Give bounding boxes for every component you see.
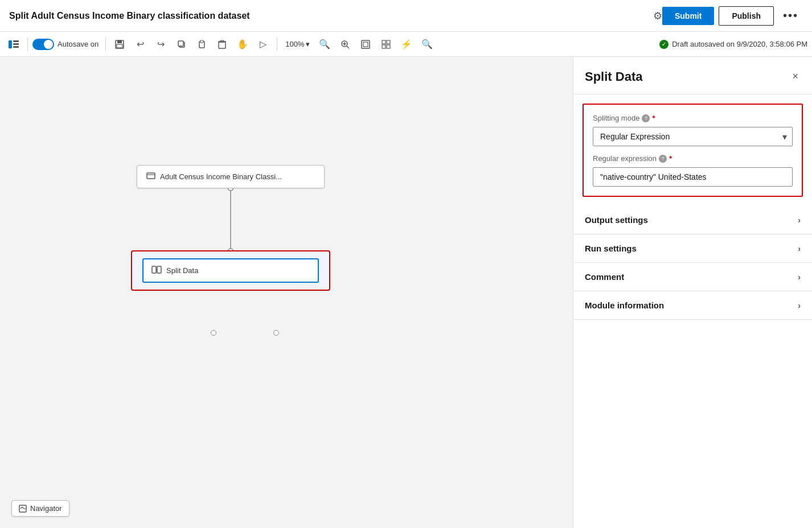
svg-rect-18 [362, 40, 370, 48]
header-actions: Submit Publish ••• [662, 6, 803, 26]
splitting-mode-help-icon[interactable]: ? [642, 114, 650, 122]
splitting-mode-label: Splitting mode ? * [593, 114, 793, 122]
regex-required: * [669, 154, 672, 163]
dataset-node[interactable]: Adult Census Income Binary Classi... [137, 165, 325, 188]
connection-lines [0, 57, 573, 528]
comment-section: Comment › [573, 263, 812, 291]
more-options-button[interactable]: ••• [778, 7, 803, 24]
panel-close-button[interactable]: × [790, 68, 801, 85]
autosave-label: Autosave on [58, 40, 99, 48]
svg-rect-13 [220, 40, 224, 42]
grid-icon[interactable] [377, 35, 395, 53]
canvas-area[interactable]: Adult Census Income Binary Classi... Spl… [0, 57, 573, 528]
svg-rect-8 [178, 41, 183, 46]
fit-screen-icon[interactable] [356, 35, 375, 53]
svg-rect-20 [382, 40, 386, 44]
module-information-accordion[interactable]: Module information › [573, 291, 812, 319]
svg-rect-23 [387, 45, 390, 48]
regex-help-icon[interactable]: ? [659, 155, 667, 163]
toolbar-divider-2 [105, 38, 106, 51]
navigator-icon [19, 505, 27, 513]
output-settings-section: Output settings › [573, 206, 812, 234]
delete-icon[interactable] [213, 35, 231, 53]
zoom-chevron-icon: ▾ [306, 40, 310, 48]
run-settings-accordion[interactable]: Run settings › [573, 234, 812, 262]
svg-rect-19 [363, 42, 368, 47]
header-bar: Split Adult Census Income Binary classif… [0, 0, 812, 32]
run-settings-section: Run settings › [573, 234, 812, 263]
zoom-in-icon[interactable] [336, 35, 354, 53]
splitting-mode-select[interactable]: Split Rows Regular Expression Relative E… [593, 127, 793, 146]
publish-button[interactable]: Publish [719, 6, 774, 26]
output-connector-right[interactable] [273, 330, 279, 336]
svg-rect-27 [147, 173, 155, 179]
autosave-switch[interactable] [32, 39, 54, 50]
svg-rect-3 [13, 46, 19, 48]
svg-rect-21 [387, 40, 390, 44]
splitting-mode-required: * [652, 114, 655, 122]
redo-icon[interactable]: ↪ [151, 35, 170, 53]
module-information-label: Module information [585, 300, 664, 310]
toolbar-divider-3 [277, 38, 277, 51]
zoom-control[interactable]: 100% ▾ [282, 39, 313, 50]
comment-label: Comment [585, 272, 624, 282]
svg-rect-6 [117, 44, 122, 48]
splitting-mode-select-wrapper: Split Rows Regular Expression Relative E… [593, 127, 793, 146]
run-settings-chevron-icon: › [798, 244, 801, 253]
svg-rect-10 [200, 40, 203, 43]
page-title: Split Adult Census Income Binary classif… [9, 11, 647, 21]
output-settings-label: Output settings [585, 215, 648, 225]
module-information-chevron-icon: › [798, 301, 801, 310]
output-connector-left[interactable] [211, 330, 216, 336]
splitting-mode-section: Splitting mode ? * Split Rows Regular Ex… [583, 104, 803, 197]
dataset-node-label: Adult Census Income Binary Classi... [160, 172, 282, 181]
copy-icon[interactable] [172, 35, 190, 53]
svg-rect-11 [219, 42, 225, 48]
navigator-button[interactable]: Navigator [11, 500, 69, 517]
main-content: Adult Census Income Binary Classi... Spl… [0, 57, 812, 528]
navigator-label: Navigator [30, 504, 62, 513]
autosave-status-icon: ✓ [659, 40, 669, 49]
undo-icon[interactable]: ↩ [131, 35, 149, 53]
toolbar: Autosave on ↩ ↪ ✋ ▷ 100% ▾ 🔍 ⚡ 🔍 [0, 32, 812, 57]
panel-title: Split Data [585, 69, 642, 84]
svg-rect-0 [9, 40, 12, 48]
zoom-out-icon[interactable]: 🔍 [315, 35, 334, 53]
paste-icon[interactable] [192, 35, 211, 53]
svg-rect-30 [157, 266, 161, 273]
gear-icon[interactable]: ⚙ [653, 10, 662, 22]
draft-status: ✓ Draft autosaved on 9/9/2020, 3:58:06 P… [659, 40, 807, 49]
comment-accordion[interactable]: Comment › [573, 263, 812, 291]
output-settings-accordion[interactable]: Output settings › [573, 206, 812, 234]
split-data-node-outer[interactable]: Split Data [131, 250, 330, 291]
comment-chevron-icon: › [798, 273, 801, 282]
run-settings-label: Run settings [585, 244, 637, 253]
split-data-label: Split Data [166, 266, 198, 275]
zoom-level-label: 100% [285, 40, 304, 48]
autosave-toggle[interactable]: Autosave on [32, 39, 99, 50]
panel-header: Split Data × [573, 57, 812, 94]
svg-rect-2 [13, 43, 19, 45]
search-icon[interactable]: 🔍 [418, 35, 436, 53]
split-data-icon [151, 265, 162, 276]
right-panel: Split Data × Splitting mode ? * Split Ro… [573, 57, 812, 528]
submit-button[interactable]: Submit [662, 7, 714, 25]
svg-line-15 [346, 46, 349, 48]
save-icon[interactable] [110, 35, 129, 53]
draft-status-text: Draft autosaved on 9/9/2020, 3:58:06 PM [672, 40, 807, 48]
svg-rect-5 [117, 40, 122, 43]
output-settings-chevron-icon: › [798, 216, 801, 225]
pan-icon[interactable]: ✋ [233, 35, 252, 53]
regex-label: Regular expression ? * [593, 154, 793, 163]
module-information-section: Module information › [573, 291, 812, 320]
svg-rect-29 [152, 266, 156, 273]
lightning-icon[interactable]: ⚡ [397, 35, 416, 53]
regex-input[interactable] [593, 167, 793, 187]
svg-rect-1 [13, 40, 19, 42]
run-icon[interactable]: ▷ [254, 35, 272, 53]
sidebar-toggle-icon[interactable] [5, 35, 23, 53]
regex-field: Regular expression ? * [593, 154, 793, 187]
toolbar-divider-1 [27, 38, 28, 51]
svg-rect-22 [382, 45, 386, 48]
dataset-node-icon [146, 171, 155, 182]
